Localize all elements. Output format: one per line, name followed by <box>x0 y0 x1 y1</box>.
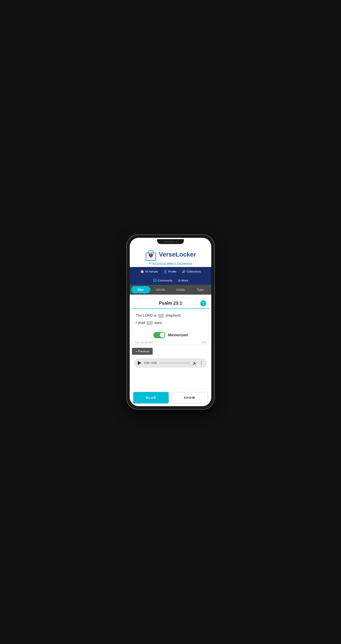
bottom-actions: BLUR SHOW <box>130 389 211 406</box>
more-icon: ◎ <box>178 278 181 282</box>
collections-icon: 🔊 <box>182 270 186 273</box>
blurred-word-1 <box>158 314 164 318</box>
camera <box>176 241 178 242</box>
notch <box>157 239 184 244</box>
phone-screen: VerseLocker by Scripture Memory Fellowsh… <box>130 238 211 406</box>
volume-icon[interactable]: 🔊 <box>193 361 197 365</box>
verse-line-2: I shall want. <box>136 320 205 326</box>
verse-line-1: The LORD is shepherd; <box>136 312 205 318</box>
verse-card: Psalm 23:1 ? The LORD is shepherd; I sha… <box>132 298 209 345</box>
app-header: VerseLocker by Scripture Memory Fellowsh… <box>130 244 211 267</box>
nav-item-all-verses[interactable]: 🏠 All Verses <box>138 269 160 274</box>
show-button[interactable]: SHOW <box>171 392 208 404</box>
verse-card-footer: Turn on Shuffle Edit <box>132 340 209 345</box>
audio-player: 0:00 / 0:00 🔊 ⋮ <box>134 358 207 368</box>
mode-tabs: Blur Words Initials Type <box>130 285 211 294</box>
edit-link[interactable]: Edit <box>201 341 206 344</box>
nav-item-community[interactable]: 🌐 Community <box>151 278 174 283</box>
app-title: VerseLocker <box>159 251 196 258</box>
blurred-word-2 <box>146 321 153 325</box>
nav-item-more[interactable]: ◎ More <box>176 278 190 283</box>
help-button[interactable]: ? <box>200 300 206 306</box>
notch-bar <box>130 238 211 244</box>
nav-label-profile: Profile <box>168 270 177 273</box>
app-logo-icon <box>145 248 157 261</box>
verse-reference: Psalm 23:1 <box>159 300 182 306</box>
tab-type[interactable]: Type <box>191 286 210 293</box>
blur-button[interactable]: BLUR <box>133 392 169 404</box>
previous-button-container: « Previous <box>132 348 209 355</box>
memorized-toggle[interactable] <box>153 332 165 338</box>
home-icon: 🏠 <box>140 270 144 273</box>
app-subtitle: by Scripture Memory Fellowship <box>149 262 192 265</box>
shuffle-link[interactable]: Turn on Shuffle <box>135 341 153 344</box>
play-button[interactable] <box>138 361 142 365</box>
speaker <box>163 241 175 242</box>
phone-frame: VerseLocker by Scripture Memory Fellowsh… <box>127 235 214 409</box>
nav-item-profile[interactable]: 👤 Profile <box>162 269 178 274</box>
verse-line2-after: want. <box>154 321 163 325</box>
content-spacer <box>130 371 211 389</box>
nav-label-collections: Collections <box>187 270 201 273</box>
verse-line1-after: shepherd; <box>165 314 181 317</box>
nav-row-1: 🏠 All Verses 👤 Profile 🔊 Collections <box>130 267 211 276</box>
audio-time: 0:00 / 0:00 <box>144 362 157 364</box>
memorized-row: Memorized <box>132 329 209 340</box>
play-triangle-icon <box>138 361 141 365</box>
subtitle-link[interactable]: Scripture Memory Fellowship <box>152 262 192 265</box>
profile-icon: 👤 <box>163 270 167 273</box>
audio-progress-bar[interactable] <box>159 363 190 364</box>
nav-label-more: More <box>182 279 188 282</box>
verse-line2-before: I shall <box>136 321 145 325</box>
verse-line1-before: The LORD is <box>136 314 156 317</box>
nav-bar: 🏠 All Verses 👤 Profile 🔊 Collections 🌐 <box>130 267 211 285</box>
nav-label-community: Community <box>158 279 173 282</box>
nav-label-all-verses: All Verses <box>145 270 158 273</box>
community-icon: 🌐 <box>153 278 157 282</box>
tab-words[interactable]: Words <box>151 286 170 293</box>
logo-row: VerseLocker <box>145 248 196 261</box>
verse-text: The LORD is shepherd; I shall want. <box>132 309 209 329</box>
audio-more-icon[interactable]: ⋮ <box>199 360 203 366</box>
tab-blur[interactable]: Blur <box>131 286 150 293</box>
previous-button[interactable]: « Previous <box>132 348 153 355</box>
nav-row-2: 🌐 Community ◎ More <box>130 276 211 285</box>
nav-item-collections[interactable]: 🔊 Collections <box>180 269 203 274</box>
screen-content: VerseLocker by Scripture Memory Fellowsh… <box>130 244 211 406</box>
tab-initials[interactable]: Initials <box>171 286 190 293</box>
memorized-label: Memorized <box>168 333 188 337</box>
verse-card-header: Psalm 23:1 ? <box>132 298 209 309</box>
